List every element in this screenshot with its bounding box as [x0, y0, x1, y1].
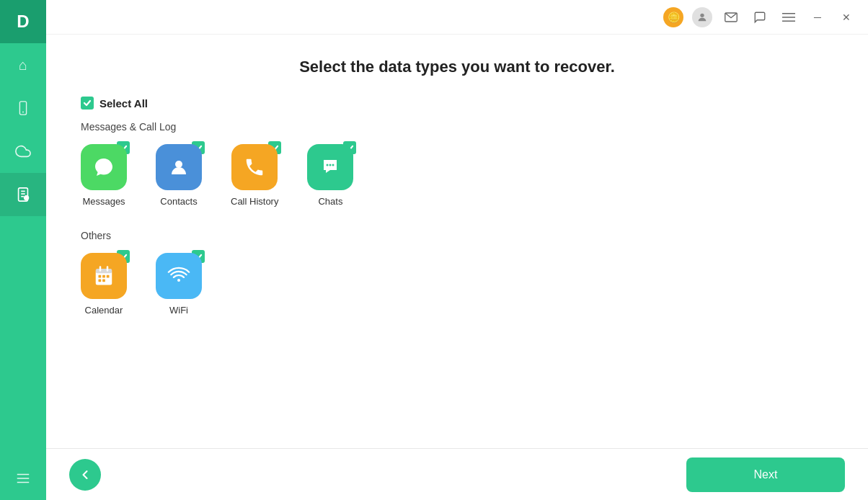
- call-history-icon: [231, 144, 278, 190]
- sidebar-item-device[interactable]: [0, 86, 46, 130]
- section-title-others: Others: [81, 230, 833, 241]
- item-messages[interactable]: Messages: [81, 144, 127, 207]
- wifi-icon: [156, 253, 202, 299]
- svg-point-8: [700, 13, 704, 17]
- sidebar: D ⌂ !: [0, 0, 46, 500]
- svg-rect-25: [102, 279, 105, 282]
- svg-rect-21: [99, 275, 102, 278]
- messages-icon: [81, 144, 127, 190]
- chats-label: Chats: [318, 196, 342, 207]
- item-call-history[interactable]: Call History: [231, 144, 278, 207]
- sidebar-item-home[interactable]: ⌂: [0, 43, 46, 86]
- others-grid: Calendar WiFi: [81, 253, 833, 316]
- main-content: 🪙 ─ ✕ Select the data types you want to …: [46, 0, 868, 500]
- profile-icon[interactable]: [692, 7, 712, 27]
- mail-icon[interactable]: [721, 7, 741, 27]
- svg-rect-18: [96, 269, 112, 273]
- sidebar-item-files[interactable]: [0, 457, 46, 500]
- chats-icon: [307, 144, 353, 190]
- contacts-label: Contacts: [160, 196, 197, 207]
- calendar-label: Calendar: [85, 305, 123, 316]
- select-all-row[interactable]: Select All: [81, 97, 833, 110]
- wifi-label: WiFi: [169, 305, 188, 316]
- next-button[interactable]: Next: [686, 457, 845, 492]
- item-contacts[interactable]: Contacts: [156, 144, 202, 207]
- app-logo: D: [0, 0, 46, 43]
- svg-point-16: [332, 164, 335, 166]
- page-title: Select the data types you want to recove…: [81, 58, 833, 76]
- calendar-icon: [81, 253, 127, 299]
- svg-point-13: [175, 161, 182, 168]
- svg-rect-0: [19, 102, 26, 115]
- select-all-label: Select All: [99, 97, 148, 110]
- svg-rect-23: [107, 275, 110, 278]
- messages-label: Messages: [82, 196, 125, 207]
- section-title-messages: Messages & Call Log: [81, 121, 833, 133]
- contacts-icon: [156, 144, 202, 190]
- item-calendar[interactable]: Calendar: [81, 253, 127, 316]
- item-wifi[interactable]: WiFi: [156, 253, 202, 316]
- svg-text:!: !: [26, 195, 27, 200]
- svg-point-14: [327, 164, 329, 166]
- chat-icon[interactable]: [750, 7, 770, 27]
- footer: Next: [46, 448, 868, 500]
- menu-icon[interactable]: [779, 7, 799, 27]
- messages-grid: Messages Contacts: [81, 144, 833, 207]
- call-history-label: Call History: [231, 196, 278, 207]
- sidebar-item-cloud[interactable]: [0, 130, 46, 173]
- minimize-button[interactable]: ─: [807, 7, 828, 27]
- svg-rect-24: [99, 279, 102, 282]
- close-button[interactable]: ✕: [836, 7, 856, 27]
- svg-rect-22: [102, 275, 105, 278]
- back-button[interactable]: [69, 459, 101, 491]
- item-chats[interactable]: Chats: [307, 144, 353, 207]
- sidebar-item-recovery[interactable]: !: [0, 173, 46, 216]
- select-all-checkbox[interactable]: [81, 97, 94, 110]
- svg-point-15: [329, 164, 332, 166]
- titlebar: 🪙 ─ ✕: [46, 0, 868, 35]
- content-area: Select the data types you want to recove…: [46, 35, 868, 448]
- coin-icon[interactable]: 🪙: [663, 7, 683, 27]
